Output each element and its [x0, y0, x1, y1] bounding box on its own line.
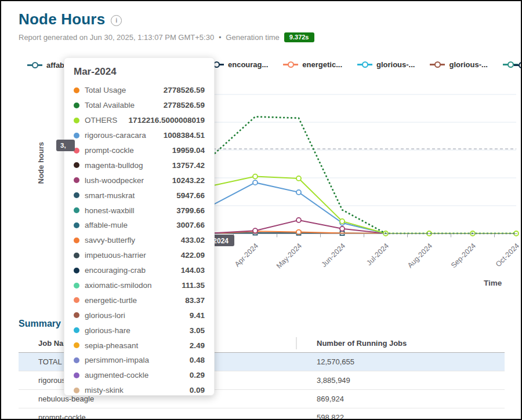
report-header: Node Hours i Report generated on Jun 30,…	[19, 10, 314, 42]
chart-tooltip: Mar-2024 Total Usage2778526.59Total Avai…	[64, 57, 215, 396]
x-axis-labels: Apr-2024May-2024Jun-2024Jul-2024Aug-2024…	[233, 242, 521, 270]
dot-separator: •	[219, 34, 221, 42]
series-value: 13757.42	[172, 161, 205, 170]
series-name: smart-muskrat	[85, 191, 135, 200]
tooltip-row: axiomatic-smilodon111.35	[74, 278, 205, 293]
series-color-dot	[74, 87, 79, 93]
series-color-dot	[74, 207, 79, 213]
series-name: persimmon-impala	[85, 356, 149, 364]
series-color-dot	[74, 133, 79, 138]
legend-marker-icon	[514, 62, 522, 68]
x-axis-label: Aug-2024	[406, 242, 434, 269]
col-header-running-jobs[interactable]: Number of Running Jobs	[297, 334, 505, 353]
series-name: impetuous-harrier	[85, 251, 146, 260]
series-value: 5947.66	[176, 191, 205, 200]
tooltip-row: glorious-lori9.41	[74, 308, 205, 323]
tooltip-row: Total Available2778526.59	[74, 98, 205, 113]
legend-item[interactable]: energetic...	[283, 60, 342, 69]
tooltip-row: energetic-turtle83.37	[74, 293, 205, 308]
series-color-dot	[74, 118, 79, 123]
series-name: rigorous-caracara	[85, 131, 146, 140]
series-name: prompt-cockle	[85, 146, 134, 155]
series-name: axiomatic-smilodon	[85, 281, 152, 290]
x-axis-label: Sep-2024	[449, 242, 477, 269]
series-color-dot	[74, 297, 79, 303]
legend-label: glorious-...	[449, 60, 487, 69]
series-value: 422.09	[181, 251, 205, 260]
series-color-dot	[74, 238, 79, 243]
series-name: lush-woodpecker	[85, 176, 144, 185]
data-point-marker	[253, 180, 258, 185]
legend-marker-icon	[357, 61, 372, 68]
series-name: magenta-bulldog	[85, 161, 143, 170]
x-axis-label: Apr-2024	[233, 242, 260, 268]
series-value: 19959.04	[172, 146, 205, 155]
series-name: honest-waxbill	[85, 206, 135, 215]
tooltip-row: magenta-bulldog13757.42	[74, 158, 205, 173]
series-name: OTHERS	[85, 116, 117, 125]
series-color-dot	[74, 162, 79, 168]
series-color-dot	[74, 283, 79, 288]
data-point-marker	[340, 227, 345, 231]
running-jobs-cell: 598,822	[297, 408, 505, 420]
series-lines	[212, 116, 519, 236]
series-name: Total Usage	[85, 86, 126, 94]
report-generated-text: Report generated on Jun 30, 2025, 1:13:0…	[19, 33, 214, 42]
series-color-dot	[74, 103, 79, 108]
tooltip-row: smart-muskrat5947.66	[74, 188, 205, 203]
series-value: 10243.22	[172, 176, 205, 185]
legend-marker-icon	[430, 61, 445, 68]
series-value: 3007.66	[176, 221, 205, 229]
legend-item[interactable]	[514, 62, 522, 68]
chart-legend-partial	[514, 60, 522, 71]
series-name: affable-mule	[85, 221, 128, 229]
series-value: 3.05	[190, 326, 205, 335]
series-name: glorious-hare	[85, 326, 130, 335]
series-color-dot	[74, 357, 79, 363]
series-value: 144.03	[181, 266, 205, 275]
series-value: 1008384.51	[164, 131, 205, 140]
running-jobs-cell: 3,885,949	[297, 371, 505, 390]
tooltip-title: Mar-2024	[74, 66, 205, 78]
series-name: sepia-pheasant	[85, 341, 138, 350]
series-color-dot	[74, 253, 79, 258]
series-color-dot	[74, 312, 79, 318]
series-value: 2.49	[190, 341, 205, 350]
series-value: 1712216.5000008019	[129, 116, 205, 125]
series-name: energetic-turtle	[85, 296, 137, 305]
legend-label: glorious-...	[376, 60, 415, 69]
legend-item[interactable]: encourag...	[209, 60, 268, 69]
tooltip-row: affable-mule3007.66	[74, 218, 205, 233]
generation-time-label: Generation time	[226, 33, 280, 42]
series-value: 2778526.59	[164, 101, 205, 109]
series-color-dot	[74, 222, 79, 228]
tooltip-row: savvy-butterfly433.02	[74, 233, 205, 248]
running-jobs-cell: 12,570,655	[297, 353, 505, 371]
legend-item[interactable]: glorious-...	[430, 60, 487, 69]
series-value: 0.48	[190, 356, 205, 364]
x-axis-label: May-2024	[275, 242, 303, 270]
running-jobs-cell: 869,924	[297, 390, 505, 408]
legend-item[interactable]: glorious-...	[357, 60, 415, 69]
tooltip-row: rigorous-caracara1008384.51	[74, 128, 205, 143]
report-page: Node Hours i Report generated on Jun 30,…	[0, 0, 522, 420]
legend-marker-icon	[27, 62, 42, 68]
series-value: 9.41	[190, 311, 205, 320]
data-point-marker	[253, 174, 258, 179]
series-value: 0.29	[190, 371, 205, 379]
series-name: Total Available	[85, 101, 135, 109]
tooltip-row: glorious-hare3.05	[74, 323, 205, 338]
info-icon[interactable]: i	[111, 15, 122, 26]
series-line	[212, 177, 516, 233]
data-point-marker	[296, 190, 301, 195]
chart-legend: encourag...energetic...glorious-...glori…	[209, 60, 522, 69]
tooltip-row: misty-skink0.09	[74, 383, 205, 396]
series-name: glorious-lori	[85, 311, 125, 320]
tooltip-row: Total Usage2778526.59	[74, 83, 205, 98]
x-axis-label: Oct-2024	[494, 242, 521, 268]
series-color-dot	[74, 372, 79, 378]
data-point-marker	[253, 228, 258, 233]
series-color-dot	[74, 342, 79, 348]
y-axis-pointer-label: 3,	[56, 140, 75, 151]
series-name: savvy-butterfly	[85, 236, 135, 244]
